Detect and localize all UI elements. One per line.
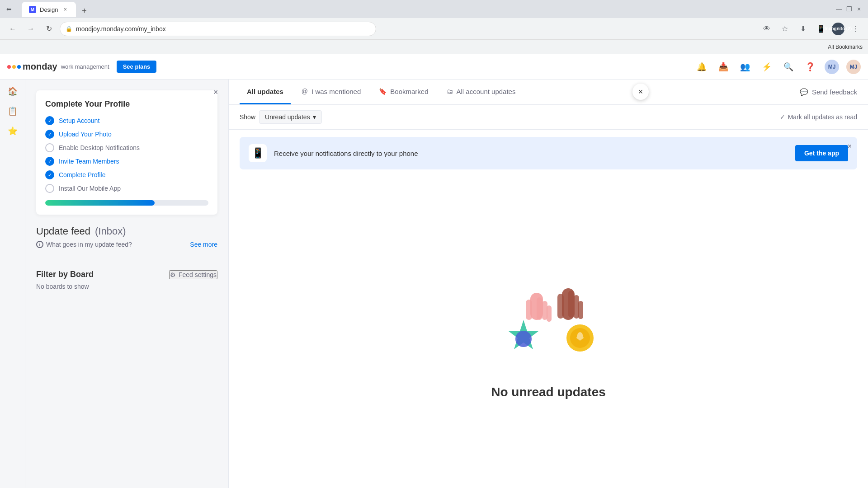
refresh-btn[interactable]: ↻ [42, 22, 56, 36]
back-btn[interactable]: ← [5, 22, 20, 36]
logo-dot-red [7, 65, 11, 69]
left-sidebar: 🏠 📋 ⭐ [0, 80, 25, 488]
profile-panel-close-btn[interactable]: × [210, 87, 221, 98]
see-more-link[interactable]: See more [190, 241, 217, 248]
mentioned-label: I was mentioned [311, 88, 361, 95]
empty-state-svg [494, 266, 603, 374]
gear-icon: ⚙ [170, 271, 176, 278]
browser-toolbar: ← → ↻ 🔒 moodjoy.monday.com/my_inbox 👁 ☆ … [0, 18, 868, 40]
url-text: moodjoy.monday.com/my_inbox [76, 25, 166, 33]
sidebar-boards-icon[interactable]: 📋 [5, 103, 21, 119]
incognito-profile[interactable]: Incognito (2) [832, 23, 844, 35]
filter-section: Filter by Board ⚙ Feed settings No board… [36, 270, 217, 290]
tab-close-btn[interactable]: × [61, 6, 69, 13]
all-updates-label: All updates [247, 88, 283, 95]
active-tab[interactable]: M Design × [22, 2, 76, 17]
tab-bar: M Design × + [16, 1, 96, 17]
sidebar-fav-icon[interactable]: ⭐ [5, 123, 21, 139]
mark-all-label: Mark all updates as read [788, 113, 857, 121]
new-tab-btn[interactable]: + [78, 5, 90, 17]
more-icon[interactable]: ⋮ [848, 22, 863, 36]
help-icon[interactable]: ❓ [803, 60, 817, 74]
inbox-icon[interactable]: 📥 [716, 60, 731, 74]
feed-info-text: What goes in my update feed? [46, 241, 132, 248]
close-btn[interactable]: × [855, 5, 863, 13]
inbox-toolbar: Show Unread updates ▾ ✓ Mark all updates… [229, 105, 868, 130]
send-feedback-tab[interactable]: 💬 Send feedback [800, 88, 857, 96]
bookmark-icon[interactable]: ☆ [778, 22, 792, 36]
download-icon[interactable]: ⬇ [796, 22, 810, 36]
banner-close-btn[interactable]: × [848, 142, 852, 150]
tab-all-updates[interactable]: All updates [240, 80, 291, 104]
address-bar[interactable]: 🔒 moodjoy.monday.com/my_inbox [60, 22, 376, 36]
eye-off-icon[interactable]: 👁 [760, 22, 774, 36]
search-icon[interactable]: 🔍 [781, 60, 796, 74]
send-feedback-label: Send feedback [812, 88, 857, 96]
bookmarks-label: All Bookmarks [828, 44, 863, 50]
dialog-close-outer-btn[interactable]: × [632, 84, 649, 100]
forward-btn[interactable]: → [24, 22, 38, 36]
svg-point-1 [515, 331, 532, 347]
circle-icon-notifications [45, 143, 54, 152]
minimize-btn[interactable]: — [835, 5, 843, 13]
filter-dropdown[interactable]: Unread updates ▾ [259, 110, 322, 124]
page-content: monday work management See plans 🔔 📥 👥 ⚡… [0, 54, 868, 488]
svg-rect-8 [557, 294, 564, 319]
header-actions: 🔔 📥 👥 ⚡ 🔍 ❓ MJ MJ [694, 60, 861, 74]
lock-icon: 🔒 [66, 26, 72, 32]
circle-icon-mobile [45, 184, 54, 193]
inbox-tabs: All updates @ I was mentioned 🔖 Bookmark… [229, 80, 868, 105]
check-icon-photo: ✓ [45, 130, 54, 139]
feed-info-row: i What goes in my update feed? See more [36, 241, 217, 248]
profile-item-complete: ✓ Complete Profile [45, 170, 208, 179]
empty-title: No unread updates [491, 385, 606, 399]
tab-account-updates[interactable]: 🗂 All account updates [439, 80, 523, 104]
empty-illustration [494, 266, 603, 374]
update-feed-section: Update feed (Inbox) i What goes in my up… [36, 225, 217, 263]
check-icon-invite: ✓ [45, 157, 54, 166]
profile-item-notifications: Enable Desktop Notifications [45, 143, 208, 152]
tab-mentioned[interactable]: @ I was mentioned [294, 80, 368, 104]
integrations-icon[interactable]: ⚡ [760, 60, 774, 74]
profile-item-mobile: Install Our Mobile App [45, 184, 208, 193]
user-avatar[interactable]: MJ [825, 60, 839, 74]
maximize-btn[interactable]: ❐ [845, 5, 853, 13]
profile-item-invite: ✓ Invite Team Members [45, 157, 208, 166]
mention-icon: @ [302, 88, 308, 95]
inbox-main: All updates @ I was mentioned 🔖 Bookmark… [229, 80, 868, 488]
invite-team-label: Invite Team Members [59, 158, 119, 165]
app-body: 🏠 📋 ⭐ × Complete Your Profile ✓ Setup Ac… [0, 80, 868, 488]
user-avatar-2[interactable]: MJ [846, 60, 861, 74]
toolbar-actions: 👁 ☆ ⬇ 📱 Incognito (2) ⋮ [760, 22, 863, 36]
browser-frame: ⬅ M Design × + — ❐ × ← → ↻ 🔒 moodjoy.mon… [0, 0, 868, 488]
window-back-btn[interactable]: ⬅ [5, 5, 13, 13]
see-plans-button[interactable]: See plans [117, 61, 157, 73]
feed-settings-button[interactable]: ⚙ Feed settings [169, 270, 217, 279]
mark-all-btn[interactable]: ✓ Mark all updates as read [780, 113, 857, 121]
browser-titlebar: ⬅ M Design × + — ❐ × [0, 0, 868, 18]
no-boards-text: No boards to show [36, 283, 217, 290]
account-updates-label: All account updates [457, 88, 516, 95]
checkmark-icon: ✓ [780, 113, 785, 121]
tab-bookmarked[interactable]: 🔖 Bookmarked [372, 80, 435, 104]
profile-item-photo: ✓ Upload Your Photo [45, 130, 208, 139]
logo-dot-blue [17, 65, 21, 69]
svg-rect-6 [547, 305, 552, 322]
svg-rect-9 [568, 291, 574, 318]
app-name: monday [23, 61, 57, 72]
enable-notifications-label: Enable Desktop Notifications [59, 144, 140, 151]
filter-by-board-title: Filter by Board ⚙ Feed settings [36, 270, 217, 279]
bookmarks-bar: All Bookmarks [0, 40, 868, 54]
inbox-empty-state: No unread updates [229, 177, 868, 488]
sidebar-home-icon[interactable]: 🏠 [5, 83, 21, 99]
app-sub: work management [61, 63, 109, 70]
setup-account-label: Setup Account [59, 117, 99, 124]
check-icon-setup: ✓ [45, 116, 54, 125]
banner-text: Receive your notifications directly to y… [274, 150, 788, 157]
mobile-app-icon: 📱 [249, 144, 267, 162]
notifications-icon[interactable]: 🔔 [694, 60, 709, 74]
team-icon[interactable]: 👥 [738, 60, 752, 74]
tab-favicon: M [29, 6, 36, 13]
get-app-button[interactable]: Get the app [795, 145, 848, 161]
progress-bar [45, 200, 208, 206]
